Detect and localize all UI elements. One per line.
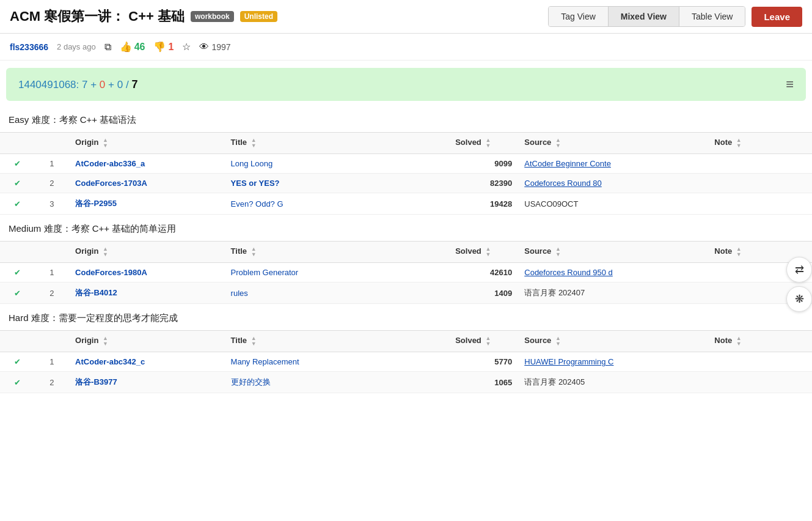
solved-check: ✔ — [0, 352, 35, 372]
solved-count: 19428 — [449, 193, 518, 215]
sort-icon: ▲▼ — [736, 246, 742, 257]
view-count: 1997 — [211, 42, 230, 52]
title-link[interactable]: YES or YES? — [231, 179, 280, 188]
col-header-solved-4[interactable]: Solved ▲▼ — [449, 242, 518, 263]
meta-bar: fls233666 2 days ago ⧉ 👍 46 👎 1 ☆ 👁 1997 — [0, 34, 812, 61]
col-header-note-6[interactable]: Note ▲▼ — [708, 133, 812, 154]
col-header-title-3[interactable]: Title ▲▼ — [225, 331, 450, 352]
col-header-title-3[interactable]: Title ▲▼ — [225, 133, 450, 154]
translate-icon: ⇄ — [795, 263, 804, 276]
origin-link[interactable]: AtCoder-abc336_a — [75, 159, 145, 168]
col-header-note-6[interactable]: Note ▲▼ — [708, 331, 812, 352]
like-icon[interactable]: 👍 — [120, 41, 132, 53]
title-link[interactable]: rules — [231, 289, 248, 298]
title-link[interactable]: Even? Odd? G — [231, 199, 283, 209]
section-title-medium: Medium 难度：考察 C++ 基础的简单运用 — [0, 217, 812, 241]
badge-unlisted: Unlisted — [240, 11, 277, 22]
note-cell — [708, 193, 812, 215]
sort-icon: ▲▼ — [103, 336, 108, 347]
sort-icon: ▲▼ — [485, 246, 491, 257]
user-link[interactable]: fls233666 — [10, 42, 48, 52]
origin-cell: AtCoder-abc336_a — [69, 154, 224, 174]
tab-mixed-view[interactable]: Mixed View — [609, 7, 679, 26]
section-title-hard: Hard 难度：需要一定程度的思考才能完成 — [0, 306, 812, 330]
score-zero1: 0 — [100, 79, 105, 91]
sort-icon: ▲▼ — [555, 138, 561, 149]
source-cell: 语言月赛 202405 — [518, 372, 708, 393]
title-link[interactable]: Many Replacement — [231, 357, 299, 366]
source-link[interactable]: Codeforces Round 950 d — [524, 268, 613, 277]
dislike-icon[interactable]: 👎 — [153, 41, 166, 53]
sort-icon: ▲▼ — [251, 246, 257, 257]
table-row: ✔1AtCoder-abc342_cMany Replacement5770HU… — [0, 352, 812, 372]
col-header-origin-2[interactable]: Origin ▲▼ — [69, 331, 224, 352]
col-header-origin-2[interactable]: Origin ▲▼ — [69, 133, 224, 154]
row-number: 3 — [35, 193, 70, 215]
source-link[interactable]: AtCoder Beginner Conte — [524, 159, 611, 168]
title-link[interactable]: Problem Generator — [231, 268, 299, 277]
title-cell: rules — [225, 283, 450, 304]
table-hard: Origin ▲▼Title ▲▼Solved ▲▼Source ▲▼Note … — [0, 330, 812, 393]
origin-link[interactable]: 洛谷-B4012 — [75, 288, 117, 297]
col-header-source-5[interactable]: Source ▲▼ — [518, 242, 708, 263]
origin-link[interactable]: CodeForces-1980A — [75, 268, 147, 277]
copy-icon[interactable]: ⧉ — [104, 42, 111, 53]
badge-workbook: workbook — [191, 11, 234, 22]
row-number: 1 — [35, 352, 70, 372]
col-header--0 — [0, 331, 35, 352]
title-cell: Even? Odd? G — [225, 193, 450, 215]
score-total: 7 — [131, 78, 137, 91]
origin-link[interactable]: 洛谷-P2955 — [75, 199, 117, 208]
sort-icon: ▲▼ — [736, 336, 742, 347]
origin-cell: 洛谷-B4012 — [69, 283, 224, 304]
origin-link[interactable]: AtCoder-abc342_c — [75, 357, 145, 366]
origin-link[interactable]: CodeForces-1703A — [75, 179, 147, 188]
table-medium: Origin ▲▼Title ▲▼Solved ▲▼Source ▲▼Note … — [0, 241, 812, 304]
view-tabs: Tag View Mixed View Table View — [548, 6, 745, 27]
dislike-count: 1 — [168, 42, 174, 53]
note-cell — [708, 352, 812, 372]
col-header-solved-4[interactable]: Solved ▲▼ — [449, 133, 518, 154]
solved-count: 1065 — [449, 372, 518, 393]
contest-id[interactable]: 1440491068 — [18, 79, 76, 91]
leave-button[interactable]: Leave — [752, 7, 802, 27]
table-row: ✔2洛谷-B3977更好的交换1065语言月赛 202405 — [0, 372, 812, 393]
solved-check: ✔ — [0, 154, 35, 174]
title-link[interactable]: 更好的交换 — [231, 377, 271, 386]
col-header-origin-2[interactable]: Origin ▲▼ — [69, 242, 224, 263]
star-icon[interactable]: ☆ — [182, 41, 191, 53]
origin-link[interactable]: 洛谷-B3977 — [75, 377, 117, 386]
row-number: 2 — [35, 283, 70, 304]
origin-cell: 洛谷-P2955 — [69, 193, 224, 215]
solved-count: 5770 — [449, 352, 518, 372]
col-header--0 — [0, 133, 35, 154]
sort-icon: ▲▼ — [485, 336, 491, 347]
sort-icon: ▲▼ — [555, 336, 561, 347]
col-header--1 — [35, 242, 70, 263]
col-header-solved-4[interactable]: Solved ▲▼ — [449, 331, 518, 352]
section-title-easy: Easy 难度：考察 C++ 基础语法 — [0, 108, 812, 132]
col-header-source-5[interactable]: Source ▲▼ — [518, 133, 708, 154]
solved-count: 9099 — [449, 154, 518, 174]
col-header--1 — [35, 331, 70, 352]
col-header--1 — [35, 133, 70, 154]
origin-cell: AtCoder-abc342_c — [69, 352, 224, 372]
col-header-source-5[interactable]: Source ▲▼ — [518, 331, 708, 352]
eye-icon: 👁 — [199, 42, 209, 53]
solved-check: ✔ — [0, 174, 35, 193]
col-header-title-3[interactable]: Title ▲▼ — [225, 242, 450, 263]
sort-icon: ▲▼ — [736, 138, 742, 149]
tab-tag-view[interactable]: Tag View — [549, 7, 609, 26]
source-link[interactable]: Codeforces Round 80 — [524, 179, 601, 188]
source-link[interactable]: HUAWEI Programming C — [524, 357, 613, 366]
tab-table-view[interactable]: Table View — [679, 7, 745, 26]
section-easy: Easy 难度：考察 C++ 基础语法Origin ▲▼Title ▲▼Solv… — [0, 108, 812, 215]
page-title: ACM 寒假第一讲： C++ 基础 — [10, 7, 185, 26]
network-button[interactable]: ❋ — [786, 286, 812, 312]
section-medium: Medium 难度：考察 C++ 基础的简单运用Origin ▲▼Title ▲… — [0, 217, 812, 304]
table-row: ✔1AtCoder-abc336_aLong Loong9099AtCoder … — [0, 154, 812, 174]
sections-container: Easy 难度：考察 C++ 基础语法Origin ▲▼Title ▲▼Solv… — [0, 108, 812, 393]
menu-icon[interactable]: ≡ — [786, 76, 794, 92]
translate-button[interactable]: ⇄ — [786, 257, 812, 283]
title-link[interactable]: Long Loong — [231, 159, 273, 168]
